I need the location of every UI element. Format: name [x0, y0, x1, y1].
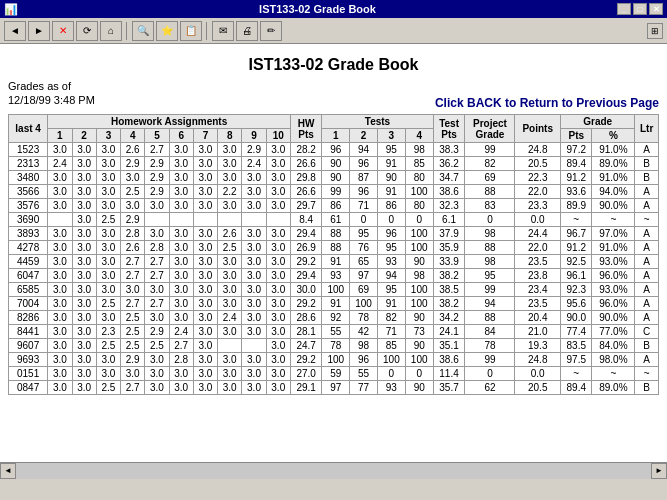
col-ltr: Ltr	[635, 115, 659, 143]
hw-val-7: 3.0	[193, 269, 217, 283]
title-bar-title: IST133-02 Grade Book	[259, 3, 376, 15]
student-id: 8286	[9, 311, 48, 325]
hw-val-1: 2.4	[48, 157, 72, 171]
hw-val-6: 3.0	[169, 199, 193, 213]
hw-val-7	[193, 213, 217, 227]
hw-pts-val: 24.7	[290, 339, 321, 353]
test-2: 2	[350, 129, 378, 143]
home-button[interactable]: ⌂	[100, 21, 122, 41]
horizontal-scrollbar[interactable]: ◄ ►	[0, 462, 667, 478]
hw-val-1: 3.0	[48, 255, 72, 269]
maximize-button[interactable]: □	[633, 3, 647, 15]
grade-ltr-val: A	[635, 143, 659, 157]
print-button[interactable]: 🖨	[236, 21, 258, 41]
test-val-1: 90	[322, 171, 350, 185]
test-val-1: 91	[322, 255, 350, 269]
edit-button[interactable]: ✏	[260, 21, 282, 41]
hw-val-6: 3.0	[169, 255, 193, 269]
close-button[interactable]: ✕	[649, 3, 663, 15]
test-val-1: 93	[322, 269, 350, 283]
col-test-pts: TestPts	[433, 115, 465, 143]
grade-ltr-val: A	[635, 255, 659, 269]
test-val-1: 59	[322, 367, 350, 381]
hw-val-3: 3.0	[96, 283, 120, 297]
hw-val-10: 3.0	[266, 381, 290, 395]
student-id: 4459	[9, 255, 48, 269]
student-id: 3690	[9, 213, 48, 227]
grade-pct-val: 93.0%	[592, 255, 635, 269]
grade-pct-hdr: %	[592, 129, 635, 143]
test-pts-val: 35.7	[433, 381, 465, 395]
test-val-2: 71	[350, 199, 378, 213]
table-row: 60473.03.03.02.72.73.03.03.03.03.029.493…	[9, 269, 659, 283]
hw-val-1: 3.0	[48, 367, 72, 381]
grade-pts-val: 97.2	[561, 143, 592, 157]
hw-val-3: 3.0	[96, 199, 120, 213]
back-button[interactable]: ◄	[4, 21, 26, 41]
grade-pct-val: 94.0%	[592, 185, 635, 199]
hw-val-3: 3.0	[96, 367, 120, 381]
hw-val-9: 2.4	[242, 157, 266, 171]
grade-ltr-val: A	[635, 269, 659, 283]
test-pts-val: 6.1	[433, 213, 465, 227]
test-val-1: 55	[322, 325, 350, 339]
student-id: 3566	[9, 185, 48, 199]
favorites-button[interactable]: ⭐	[156, 21, 178, 41]
test-pts-val: 34.2	[433, 311, 465, 325]
scroll-right-button[interactable]: ►	[651, 463, 667, 479]
hw-val-7: 3.0	[193, 367, 217, 381]
hw-val-3: 3.0	[96, 185, 120, 199]
table-row: 70043.03.02.52.72.73.03.03.03.03.029.291…	[9, 297, 659, 311]
hw-val-4: 2.7	[121, 269, 145, 283]
student-id: 8441	[9, 325, 48, 339]
grade-table: last 4 Homework Assignments HWPts Tests …	[8, 114, 659, 395]
col-hw-pts: HWPts	[290, 115, 321, 143]
grade-pct-val: 91.0%	[592, 241, 635, 255]
test-val-1: 91	[322, 297, 350, 311]
student-id: 1523	[9, 143, 48, 157]
project-points-val: 24.8	[515, 143, 561, 157]
hw-val-8: 3.0	[218, 325, 242, 339]
test-val-4: 90	[405, 339, 433, 353]
hw-val-8: 2.4	[218, 311, 242, 325]
grade-pts-hdr: Pts	[561, 129, 592, 143]
test-val-4: 85	[405, 157, 433, 171]
grade-ltr-val: A	[635, 353, 659, 367]
scroll-left-button[interactable]: ◄	[0, 463, 16, 479]
hw-val-3: 2.5	[96, 339, 120, 353]
project-grade-val: 94	[465, 297, 515, 311]
test-val-1: 100	[322, 283, 350, 297]
project-grade-val: 98	[465, 227, 515, 241]
hw-val-3: 2.5	[96, 381, 120, 395]
page-title: IST133-02 Grade Book	[8, 48, 659, 80]
hw-val-7: 3.0	[193, 311, 217, 325]
search-button[interactable]: 🔍	[132, 21, 154, 41]
scroll-track[interactable]	[16, 463, 651, 479]
back-link[interactable]: Click BACK to Return to Previous Page	[435, 94, 659, 114]
grade-pts-val: 93.6	[561, 185, 592, 199]
minimize-button[interactable]: _	[617, 3, 631, 15]
hw-val-10: 3.0	[266, 269, 290, 283]
hw-val-1: 3.0	[48, 381, 72, 395]
forward-button[interactable]: ►	[28, 21, 50, 41]
mail-button[interactable]: ✉	[212, 21, 234, 41]
toolbar-separator	[126, 22, 128, 40]
stop-button[interactable]: ✕	[52, 21, 74, 41]
grade-ltr-val: A	[635, 311, 659, 325]
grade-pct-val: 89.0%	[592, 381, 635, 395]
test-val-4: 0	[405, 213, 433, 227]
test-val-1: 99	[322, 185, 350, 199]
title-bar-buttons[interactable]: _ □ ✕	[617, 3, 663, 15]
refresh-button[interactable]: ⟳	[76, 21, 98, 41]
project-grade-val: 99	[465, 283, 515, 297]
history-button[interactable]: 📋	[180, 21, 202, 41]
hw-val-9: 2.9	[242, 143, 266, 157]
hw-val-5: 2.9	[145, 157, 169, 171]
test-val-2: 55	[350, 367, 378, 381]
hw-val-9: 3.0	[242, 297, 266, 311]
hw-val-2: 3.0	[72, 185, 96, 199]
grade-pts-val: 91.2	[561, 171, 592, 185]
hw-pts-val: 28.2	[290, 143, 321, 157]
student-id: 9607	[9, 339, 48, 353]
hw-val-4: 2.7	[121, 297, 145, 311]
